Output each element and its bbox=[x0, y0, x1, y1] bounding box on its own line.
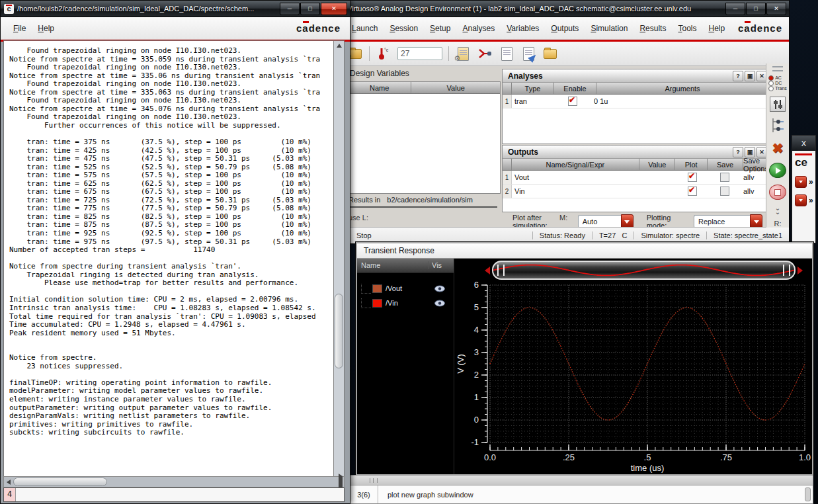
overview-right-arrow[interactable] bbox=[798, 267, 803, 274]
help-icon[interactable]: ? bbox=[733, 147, 743, 157]
enable-checkbox[interactable] bbox=[568, 97, 577, 106]
menu-item-setup[interactable]: Setup bbox=[430, 24, 450, 33]
detach-icon[interactable]: ▣ bbox=[745, 147, 755, 157]
log-horizontal-scrollbar[interactable] bbox=[3, 476, 345, 487]
legend-name-column[interactable]: Name bbox=[357, 261, 429, 269]
open-folder-icon[interactable] bbox=[542, 46, 558, 62]
help-icon[interactable]: ? bbox=[733, 71, 743, 81]
save-cell bbox=[706, 171, 741, 184]
outputs-row[interactable]: 1Voutallv bbox=[503, 171, 768, 185]
overview-handle-right[interactable] bbox=[783, 265, 790, 276]
toolbar-grip[interactable] bbox=[772, 66, 783, 71]
simulation-setup-icon[interactable]: ⚙ bbox=[455, 46, 471, 62]
legend-item[interactable]: /Vout bbox=[357, 282, 454, 295]
statusbar-segment: T=27 C bbox=[592, 231, 634, 239]
menu-item-outputs[interactable]: Outputs bbox=[551, 24, 579, 33]
toolbar-grip-strip[interactable] bbox=[349, 475, 813, 485]
menu-item-simulation[interactable]: Simulation bbox=[591, 24, 628, 33]
overflow-chevron-icon[interactable]: » bbox=[809, 177, 813, 187]
column-header[interactable]: Enable bbox=[554, 83, 596, 94]
menu-item-tools[interactable]: Tools bbox=[678, 24, 696, 33]
menu-item-variables[interactable]: Variables bbox=[507, 24, 539, 33]
statusbar-scroll-nub[interactable] bbox=[805, 487, 811, 501]
scroll-up-arrow[interactable] bbox=[334, 41, 344, 50]
ade-maximize-button[interactable]: □ bbox=[746, 3, 766, 15]
overview-left-arrow[interactable] bbox=[485, 267, 490, 274]
log-vertical-scrollbar[interactable] bbox=[333, 41, 344, 476]
visibility-eye-icon[interactable] bbox=[434, 300, 446, 307]
ade-menubar-items: LaunchSessionSetupAnalysesVariablesOutpu… bbox=[346, 24, 731, 33]
fragment-toolbar-row: » bbox=[795, 194, 815, 206]
save-checkbox[interactable] bbox=[720, 187, 729, 196]
log-minimize-button[interactable]: ─ bbox=[280, 3, 300, 15]
dropdown-arrow-icon[interactable] bbox=[795, 176, 807, 188]
overview-handle-left[interactable] bbox=[497, 265, 505, 276]
more-tools-chevron-icon[interactable]: ⌄⌄ bbox=[775, 206, 780, 214]
scroll-left-arrow[interactable] bbox=[4, 480, 13, 485]
analyses-panel-header[interactable]: Analyses ? ▣ ✕ bbox=[503, 69, 768, 83]
overflow-chevron-icon[interactable]: » bbox=[809, 196, 813, 205]
column-header[interactable]: Name bbox=[348, 82, 411, 93]
variables-editor-icon[interactable] bbox=[770, 97, 786, 112]
column-header[interactable]: Save Options bbox=[743, 159, 768, 170]
close-icon[interactable]: X bbox=[801, 140, 806, 147]
dropdown-arrow-icon[interactable] bbox=[795, 194, 807, 206]
column-header[interactable]: Plot bbox=[675, 159, 707, 170]
analysis-type-chooser[interactable]: ACDCTrans bbox=[768, 75, 787, 91]
menu-item-help[interactable]: Help bbox=[38, 24, 54, 33]
outputs-panel-header[interactable]: Outputs ? ▣ ✕ bbox=[503, 146, 768, 159]
analyses-row[interactable]: 1tran0 1u bbox=[503, 95, 768, 108]
log-titlebar[interactable]: c /home/louisb2/cadence/simulation/sim_I… bbox=[1, 1, 350, 17]
scrollbar-thumb[interactable] bbox=[13, 478, 107, 486]
log-maximize-button[interactable]: □ bbox=[300, 3, 320, 15]
column-header[interactable]: Name/Signal/Expr bbox=[512, 159, 640, 170]
column-header[interactable]: Arguments bbox=[596, 83, 768, 94]
detach-icon[interactable]: ▣ bbox=[745, 71, 755, 81]
plug-icon bbox=[477, 48, 492, 60]
legend-item[interactable]: /Vin bbox=[357, 296, 454, 310]
ade-titlebar[interactable]: Virtuoso® Analog Design Environment (1) … bbox=[345, 1, 789, 17]
legend-vis-column[interactable]: Vis bbox=[429, 261, 454, 269]
menu-item-session[interactable]: Session bbox=[389, 24, 418, 33]
visibility-eye-icon[interactable] bbox=[434, 285, 446, 292]
temperature-input[interactable] bbox=[397, 47, 442, 60]
scroll-right-arrow[interactable] bbox=[339, 476, 343, 488]
column-header[interactable]: Value bbox=[639, 159, 675, 170]
temperature-icon[interactable]: °c bbox=[376, 46, 391, 62]
menu-item-analyses[interactable]: Analyses bbox=[462, 24, 495, 33]
netlist-plug-icon[interactable] bbox=[770, 117, 786, 132]
stop-simulation-button[interactable] bbox=[769, 185, 786, 200]
menu-item-file[interactable]: File bbox=[13, 24, 26, 33]
outputs-row[interactable]: 2Vinallv bbox=[503, 185, 768, 198]
column-header[interactable]: Type bbox=[512, 83, 554, 94]
log-output-area[interactable]: Found trapezoidal ringing on node I10.I3… bbox=[3, 40, 345, 477]
analysis-type-option[interactable]: DC bbox=[768, 81, 787, 86]
netlist-create-icon[interactable] bbox=[477, 46, 493, 62]
ade-minimize-button[interactable]: ─ bbox=[725, 3, 745, 15]
plot-overview-scrollbar[interactable] bbox=[485, 261, 803, 279]
grip-icon[interactable] bbox=[370, 478, 378, 483]
analysis-type-option[interactable]: Trans bbox=[768, 86, 787, 91]
fragment-titlebar[interactable]: X bbox=[792, 136, 815, 151]
scrollbar-thumb[interactable] bbox=[335, 294, 343, 369]
save-checkbox[interactable] bbox=[720, 173, 729, 182]
transient-plot-svg[interactable]: -10123456V (V)0.0.25.5.751.0time (us) bbox=[454, 281, 811, 473]
run-simulation-button[interactable] bbox=[769, 163, 786, 178]
menu-item-results[interactable]: Results bbox=[639, 24, 666, 33]
menu-item-help[interactable]: Help bbox=[708, 24, 725, 33]
plot-checkbox[interactable] bbox=[688, 173, 697, 182]
edit-netlist-icon[interactable] bbox=[520, 46, 536, 62]
menu-item-launch[interactable]: Launch bbox=[352, 24, 378, 33]
log-close-button[interactable]: ✕ bbox=[321, 3, 347, 15]
log-prompt-row[interactable]: 4 bbox=[3, 487, 345, 502]
ade-statusbar: Stop Status: ReadyT=27 CSimulator: spect… bbox=[345, 227, 789, 243]
column-header[interactable]: Value bbox=[411, 82, 500, 93]
results-in-value[interactable]: b2/cadence/simulation/sim bbox=[387, 196, 473, 204]
ade-close-button[interactable]: ✕ bbox=[766, 3, 786, 15]
view-netlist-icon[interactable] bbox=[499, 46, 514, 62]
analysis-type-option[interactable]: AC bbox=[768, 75, 787, 81]
plot-checkbox[interactable] bbox=[688, 187, 697, 196]
delete-icon[interactable]: ✖ bbox=[772, 140, 784, 156]
overview-pill[interactable] bbox=[492, 261, 796, 280]
column-header[interactable]: Save bbox=[708, 159, 743, 170]
